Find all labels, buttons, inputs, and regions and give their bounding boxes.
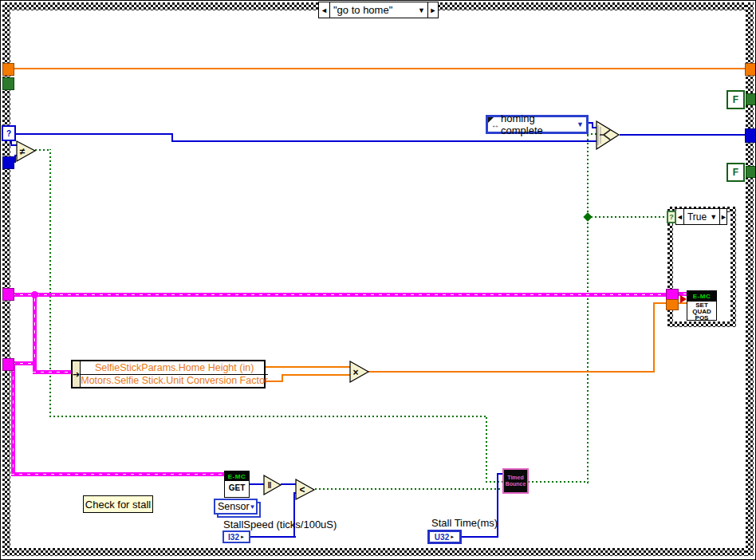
select-node[interactable]: [596, 120, 620, 150]
wire-into-bounce-top[interactable]: [486, 481, 503, 483]
false-constant-bottom[interactable]: F: [726, 163, 745, 182]
u32-constant[interactable]: U32 ►: [427, 530, 462, 544]
wire-neq-down2[interactable]: [486, 416, 487, 483]
wire-abs-out[interactable]: [281, 483, 297, 485]
true-case-border-bottom[interactable]: [667, 321, 736, 327]
case-prev-arrow[interactable]: ◄: [319, 2, 329, 18]
wire-blue-main2[interactable]: [171, 140, 599, 142]
check-for-stall-label: Check for stall: [83, 495, 153, 513]
homing-complete-enum[interactable]: ↔ homing complete ▼: [486, 115, 589, 134]
i32-constant[interactable]: I32 ►: [222, 530, 250, 543]
enum-value[interactable]: homing complete: [501, 112, 577, 136]
tunnel-orange-right[interactable]: [745, 63, 756, 76]
wire-to-true-case[interactable]: [587, 216, 667, 218]
timed-bounce-block[interactable]: Timed Bounce: [502, 468, 529, 494]
false-constant-top[interactable]: F: [726, 90, 745, 109]
wire-mult-up[interactable]: [653, 302, 655, 373]
tunnel-orange-left[interactable]: [2, 63, 14, 76]
unbundle-by-name-node[interactable]: ➔ SelfieStickParams.Home Height (in) Mot…: [71, 360, 266, 388]
tunnel-blue-left[interactable]: [2, 156, 14, 169]
wire-junction-green[interactable]: [583, 212, 592, 221]
tunnel-pink-left-2[interactable]: [2, 358, 14, 371]
case-next-arrow[interactable]: ►: [427, 2, 438, 18]
wire-mult-out[interactable]: [368, 371, 655, 373]
tunnel-pink-left-1[interactable]: [2, 288, 14, 301]
u32-increment-icon[interactable]: ►: [450, 534, 455, 539]
wire-u32-h[interactable]: [461, 536, 498, 538]
wire-pink-to-unbundle[interactable]: [33, 370, 73, 374]
enum-dropdown-icon[interactable]: ▼: [577, 120, 586, 128]
multiply-node[interactable]: ×: [349, 361, 370, 383]
outer-case-selector[interactable]: ◄ "go to home" ▼ ►: [318, 2, 439, 18]
wire-blue-main1[interactable]: [12, 133, 173, 135]
enum-corner-fold: [488, 117, 494, 123]
emc-get-label: GET: [225, 481, 249, 492]
case-selector-dropdown-icon[interactable]: ▼: [418, 2, 427, 18]
not-equal-glyph: ≠: [20, 146, 26, 157]
wire-less-out[interactable]: [315, 488, 503, 490]
wire-get-out[interactable]: [249, 483, 265, 485]
wire-select-out[interactable]: [620, 134, 746, 136]
true-case-selector[interactable]: ◄ True ▼ ►: [675, 208, 727, 225]
unbundle-row-home-height[interactable]: SelfieStickParams.Home Height (in): [81, 361, 268, 375]
tunnel-orange-truecase[interactable]: [666, 299, 679, 310]
sensor-dropdown-arrow-icon[interactable]: ▼: [250, 503, 258, 511]
set-quad-pos-arrow-icon: [680, 295, 687, 303]
wire-unbundle-row1[interactable]: [266, 366, 352, 368]
wire-bounce-out[interactable]: [528, 481, 589, 483]
i32-increment-icon[interactable]: ►: [240, 534, 245, 539]
wire-i32-h[interactable]: [250, 536, 296, 538]
absolute-value-node[interactable]: ‖: [263, 475, 282, 495]
unbundle-input-strip: ➔: [73, 361, 81, 387]
not-equal-node[interactable]: ≠: [16, 140, 37, 162]
wire-neq-across[interactable]: [49, 416, 487, 417]
absolute-value-glyph: ‖: [268, 481, 272, 490]
true-case-label[interactable]: True: [683, 209, 710, 224]
stall-time-label: Stall Time(ms): [431, 517, 498, 529]
wire-unbundle-row2c[interactable]: [282, 374, 352, 376]
wire-pink-to-get[interactable]: [11, 472, 225, 476]
true-case-selector-tunnel[interactable]: ?: [667, 211, 676, 223]
sensor-dropdown-value[interactable]: Sensor: [215, 501, 250, 512]
case-selector-label[interactable]: "go to home": [329, 2, 418, 18]
multiply-glyph: ×: [352, 367, 358, 378]
less-than-node[interactable]: <: [295, 479, 316, 500]
wire-junction-pink[interactable]: [31, 291, 38, 298]
wire-pink-main[interactable]: [12, 293, 667, 297]
outer-case-border-bottom[interactable]: [2, 548, 754, 556]
emc-get-header: E-MC: [225, 471, 249, 481]
tunnel-green-left[interactable]: [2, 77, 14, 90]
stall-speed-label: StallSpeed (ticks/100uS): [223, 519, 337, 530]
true-case-dropdown-icon[interactable]: ▼: [710, 209, 719, 224]
emc-set-quad-pos-block[interactable]: E-MC SET QUAD POS: [687, 290, 717, 321]
emc-set-header: E-MC: [687, 291, 716, 302]
wire-neq-out[interactable]: [35, 149, 51, 151]
true-case-border-right[interactable]: [730, 207, 736, 327]
true-case-next-arrow[interactable]: ►: [719, 209, 727, 224]
true-case-prev-arrow[interactable]: ◄: [676, 209, 683, 224]
sensor-dropdown[interactable]: Sensor ▼: [214, 499, 258, 515]
unbundle-row-conversion-factor[interactable]: Motors.Selfie Stick.Unit Conversion Fact…: [81, 375, 268, 388]
tunnel-unknown-left[interactable]: ?: [2, 125, 16, 141]
wire-pink-tunnel2[interactable]: [12, 361, 36, 365]
wire-neq-down[interactable]: [49, 149, 51, 417]
wire-orange-top[interactable]: [12, 68, 747, 69]
emc-get-block[interactable]: E-MC GET: [224, 471, 250, 498]
tunnel-green-right-1[interactable]: [746, 93, 756, 105]
wire-unbundle-row2a[interactable]: [266, 381, 283, 382]
tunnel-blue-right[interactable]: [745, 128, 756, 143]
tunnel-green-right-2[interactable]: [746, 166, 756, 178]
less-than-glyph: <: [299, 484, 305, 495]
outer-case-border-right[interactable]: [746, 2, 754, 556]
emc-set-body: SET QUAD POS: [687, 302, 716, 321]
wire-pink-down[interactable]: [11, 364, 15, 475]
labview-block-diagram: ◄ "go to home" ▼ ► ? F F ≠ ↔ homing comp…: [0, 0, 756, 560]
wire-bounce-up[interactable]: [587, 134, 589, 483]
